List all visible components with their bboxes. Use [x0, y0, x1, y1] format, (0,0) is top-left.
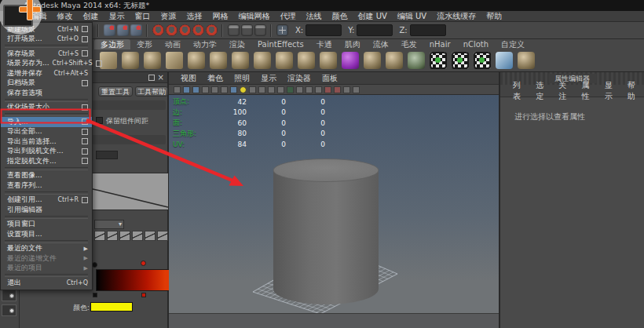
poly-cone-icon[interactable]: [166, 52, 183, 69]
group-separator[interactable]: [97, 24, 101, 37]
编辑[interactable]: 编辑: [26, 11, 52, 22]
2d-pan-zoom-icon[interactable]: [221, 86, 228, 93]
file-menu-item[interactable]: ▶: [5, 216, 88, 219]
xray-joints-icon[interactable]: [343, 86, 350, 93]
变形[interactable]: 变形: [130, 39, 159, 49]
ramp-handle-black-icon[interactable]: [92, 262, 97, 268]
多边形[interactable]: 多边形: [94, 39, 130, 49]
file-menu-item[interactable]: ▶: [5, 240, 88, 243]
动力学[interactable]: 动力学: [187, 39, 223, 49]
file-menu-item[interactable]: 设置项目... ▶: [1, 229, 92, 239]
bookmark-icon[interactable]: [202, 86, 209, 93]
curve-preset-4-button[interactable]: [132, 231, 143, 241]
highlight-selection-icon[interactable]: [192, 24, 204, 36]
camera-attributes-icon[interactable]: [192, 86, 199, 93]
dock-panel-icon[interactable]: [148, 75, 155, 81]
帮助[interactable]: 帮助: [621, 80, 644, 102]
curve-preset-5-button[interactable]: [145, 231, 156, 241]
default-lighting-icon[interactable]: [249, 86, 256, 93]
combine-mesh-icon[interactable]: [430, 52, 447, 69]
file-menu-item[interactable]: 退出 Ctrl+Q ▶: [1, 278, 92, 288]
nCloth[interactable]: nCloth: [457, 39, 495, 49]
curve-preset-6-button[interactable]: [157, 231, 168, 241]
file-menu-item[interactable]: 创建引用... Ctrl+R ▶: [1, 195, 92, 206]
option-box-icon[interactable]: [82, 36, 88, 42]
tool-help-button[interactable]: 工具帮助: [135, 86, 168, 97]
file-menu-item[interactable]: ▶: [5, 167, 88, 170]
curve-preset-2-button[interactable]: [107, 231, 118, 241]
文件[interactable]: 文件: [0, 11, 26, 22]
color-swatch[interactable]: [90, 302, 133, 312]
poly-cylinder-icon[interactable]: [144, 52, 161, 69]
file-menu-item[interactable]: 最近的文件 ▶: [1, 244, 92, 254]
xray-icon[interactable]: [334, 86, 341, 93]
file-menu-item[interactable]: 导出到脱机文件... ▶: [1, 147, 92, 157]
流水线缓存[interactable]: 流水线缓存: [432, 11, 481, 22]
窗口[interactable]: 窗口: [130, 11, 156, 22]
file-menu-item[interactable]: 最近的项目 ▶: [1, 264, 92, 274]
poly-platonic-icon[interactable]: [342, 52, 359, 69]
poly-torus-icon[interactable]: [210, 52, 227, 69]
file-menu-item[interactable]: ▶: [5, 274, 88, 277]
image-plane-icon[interactable]: [211, 86, 218, 93]
file-menu-item[interactable]: 导出当前选择... ▶: [1, 137, 92, 147]
resolution-gate-icon[interactable]: [353, 86, 360, 93]
选择[interactable]: 选择: [181, 11, 207, 22]
肌肉[interactable]: 肌肉: [338, 39, 367, 49]
layout-preset-split-icon[interactable]: [2, 290, 16, 301]
法线[interactable]: 法线: [301, 11, 327, 22]
close-panel-icon[interactable]: ×: [158, 73, 164, 82]
动画[interactable]: 动画: [159, 39, 187, 49]
option-box-icon[interactable]: [82, 50, 88, 56]
shaded-icon[interactable]: [258, 86, 265, 93]
file-menu-item[interactable]: 优化场景大小 ▶: [1, 103, 92, 113]
isolate-select-icon[interactable]: [324, 86, 331, 93]
代理[interactable]: 代理: [275, 11, 301, 22]
multisample-icon[interactable]: [315, 86, 322, 93]
uv-grid-icon[interactable]: [518, 52, 535, 69]
file-menu-item[interactable]: 引用编辑器 ▶: [1, 205, 92, 215]
poly-cube-icon[interactable]: [122, 52, 139, 69]
卡通[interactable]: 卡通: [310, 39, 338, 49]
ramp-marker-red-icon[interactable]: [141, 293, 146, 297]
帮助[interactable]: 帮助: [481, 11, 507, 22]
textured-icon[interactable]: [268, 86, 275, 93]
wireframe-icon[interactable]: [240, 86, 247, 93]
uv-editor-icon[interactable]: [496, 52, 513, 69]
option-box-icon[interactable]: [82, 26, 88, 32]
sculpt-geometry-icon[interactable]: [386, 52, 403, 69]
option-box-icon[interactable]: [82, 118, 88, 125]
option-box-icon[interactable]: [82, 197, 88, 203]
file-menu-item[interactable]: 查看序列... ▶: [1, 180, 92, 191]
snap-to-point-icon[interactable]: [130, 24, 142, 36]
file-menu-item[interactable]: 指定脱机文件... ▶: [1, 156, 92, 166]
file-menu-item[interactable]: ▶: [5, 191, 88, 195]
毛发[interactable]: 毛发: [395, 39, 423, 49]
uv-snapshot-icon[interactable]: [474, 52, 491, 69]
render-current-frame-icon[interactable]: [228, 24, 240, 36]
poly-pyramid-icon[interactable]: [254, 52, 271, 69]
创建[interactable]: 创建: [78, 11, 104, 22]
file-menu-item[interactable]: ▶: [5, 113, 88, 116]
照明[interactable]: 照明: [229, 73, 255, 84]
option-box-icon[interactable]: [82, 148, 88, 155]
reset-tool-button[interactable]: 重置工具: [98, 86, 133, 97]
流体[interactable]: 流体: [367, 39, 395, 49]
file-menu-item[interactable]: 最近的递增文件 ▶: [1, 253, 92, 264]
poly-helix-icon[interactable]: [298, 52, 315, 69]
列表[interactable]: 列表: [507, 80, 529, 102]
option-box-icon[interactable]: [82, 129, 88, 135]
渲染[interactable]: 渲染: [223, 39, 251, 49]
file-menu-item[interactable]: 场景另存为... Ctrl+Shift+S ▶: [1, 59, 92, 69]
属性[interactable]: 属性: [576, 80, 598, 102]
curve-preset-dropdown[interactable]: ▾: [94, 220, 124, 229]
视图[interactable]: 视图: [175, 73, 202, 84]
y-coordinate-input[interactable]: [357, 24, 393, 36]
render-settings-icon[interactable]: [254, 24, 266, 36]
screen-space-ao-icon[interactable]: [296, 86, 303, 93]
ipr-render-icon[interactable]: [241, 24, 253, 36]
viewport-canvas[interactable]: 顶点: 42 0 0 边: 100 0 0 面: 60: [169, 95, 499, 314]
file-menu-item[interactable]: ▶: [5, 99, 88, 102]
smooth-mesh-icon[interactable]: [408, 52, 425, 69]
资源[interactable]: 资源: [156, 11, 181, 22]
